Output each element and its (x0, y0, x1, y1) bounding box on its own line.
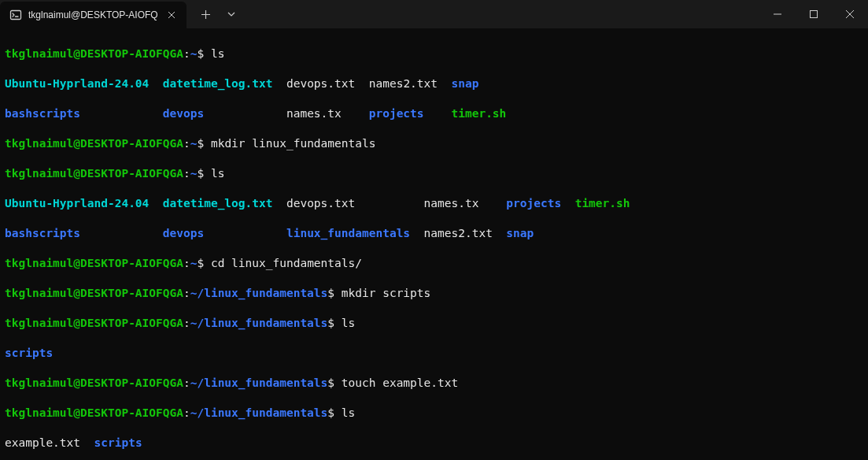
new-tab-button[interactable] (193, 3, 220, 25)
prompt-line: tkglnaimul@DESKTOP-AIOFQGA:~/linux_funda… (5, 286, 863, 301)
svg-rect-1 (811, 11, 818, 18)
window-controls (759, 0, 868, 28)
prompt-line: tkglnaimul@DESKTOP-AIOFQGA:~/linux_funda… (5, 406, 863, 421)
prompt-line: tkglnaimul@DESKTOP-AIOFQGA:~$ mkdir linu… (5, 136, 863, 151)
tab-title: tkglnaimul@DESKTOP-AIOFQ (28, 9, 158, 20)
terminal-icon (9, 9, 22, 21)
tab-actions (187, 0, 242, 28)
prompt-line: tkglnaimul@DESKTOP-AIOFQGA:~/linux_funda… (5, 376, 863, 391)
ls-output: Ubuntu-Hyprland-24.04 datetime_log.txt d… (5, 76, 863, 91)
svg-rect-0 (11, 11, 21, 20)
prompt-line: tkglnaimul@DESKTOP-AIOFQGA:~$ ls (5, 46, 863, 61)
terminal-output[interactable]: tkglnaimul@DESKTOP-AIOFQGA:~$ ls Ubuntu-… (0, 28, 868, 460)
minimize-button[interactable] (759, 0, 796, 28)
active-tab[interactable]: tkglnaimul@DESKTOP-AIOFQ (0, 2, 187, 28)
titlebar: tkglnaimul@DESKTOP-AIOFQ (0, 0, 868, 28)
prompt-line: tkglnaimul@DESKTOP-AIOFQGA:~$ cd linux_f… (5, 256, 863, 271)
ls-output: example.txt scripts (5, 436, 863, 451)
ls-output: bashscripts devops names.tx projects tim… (5, 106, 863, 121)
ls-output: bashscripts devops linux_fundamentals na… (5, 226, 863, 241)
ls-output: Ubuntu-Hyprland-24.04 datetime_log.txt d… (5, 196, 863, 211)
prompt-line: tkglnaimul@DESKTOP-AIOFQGA:~/linux_funda… (5, 316, 863, 331)
close-window-button[interactable] (832, 0, 868, 28)
prompt-line: tkglnaimul@DESKTOP-AIOFQGA:~$ ls (5, 166, 863, 181)
tab-dropdown-button[interactable] (221, 3, 242, 25)
ls-output: scripts (5, 346, 863, 361)
tab-close-button[interactable] (164, 8, 179, 22)
titlebar-drag-area[interactable] (242, 0, 759, 28)
maximize-button[interactable] (796, 0, 832, 28)
